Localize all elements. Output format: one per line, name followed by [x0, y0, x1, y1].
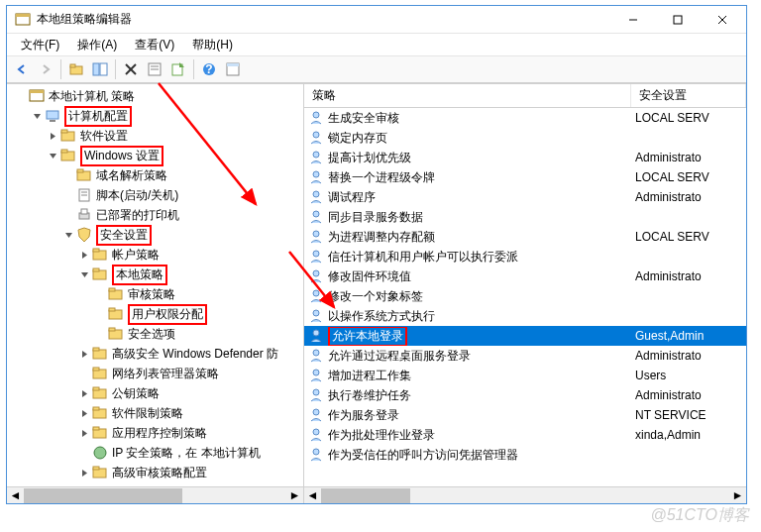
tree-item[interactable]: 帐户策略 [7, 245, 303, 265]
tree-item[interactable]: 本地策略 [7, 265, 303, 284]
collapse-icon[interactable] [47, 150, 58, 161]
policy-row[interactable]: 提高计划优先级Administrato [304, 148, 746, 167]
export-button[interactable] [167, 58, 189, 80]
scroll-thumb[interactable] [24, 488, 182, 503]
tree-item[interactable]: 软件设置 [7, 126, 303, 146]
tree-item[interactable]: 安全选项 [7, 324, 303, 344]
folder-icon [108, 306, 124, 322]
tree-label: Windows 设置 [80, 146, 163, 166]
policy-row[interactable]: 修改一个对象标签 [304, 286, 746, 306]
delete-button[interactable] [120, 58, 142, 80]
scroll-left-button[interactable]: ◄ [304, 488, 321, 503]
menu-view[interactable]: 查看(V) [127, 35, 182, 55]
close-button[interactable] [700, 7, 744, 33]
collapse-icon[interactable] [62, 229, 74, 241]
scroll-left-button[interactable]: ◄ [7, 488, 24, 503]
tree-item[interactable]: 高级安全 Windows Defender 防 [7, 344, 303, 364]
policy-row[interactable]: 修改固件环境值Administrato [304, 266, 746, 286]
policy-row[interactable]: 锁定内存页 [304, 128, 746, 148]
svg-rect-48 [93, 368, 99, 371]
menu-file[interactable]: 文件(F) [13, 35, 67, 55]
policy-row[interactable]: 作为服务登录NT SERVICE [304, 405, 746, 425]
svg-rect-46 [93, 348, 99, 351]
back-button[interactable] [11, 58, 33, 80]
scroll-thumb[interactable] [321, 488, 410, 503]
policy-row[interactable]: 增加进程工作集Users [304, 366, 746, 385]
expand-icon[interactable] [78, 427, 90, 439]
folder-icon [92, 366, 108, 381]
tree-item[interactable]: 用户权限分配 [7, 304, 303, 324]
policy-name: 锁定内存页 [328, 130, 387, 147]
refresh-button[interactable] [222, 58, 244, 80]
svg-point-61 [313, 171, 319, 177]
policy-row[interactable]: 同步目录服务数据 [304, 207, 746, 227]
show-hide-tree-button[interactable] [89, 58, 111, 80]
svg-rect-50 [93, 387, 99, 390]
tree-label: IP 安全策略，在 本地计算机 [112, 445, 261, 462]
tree-item[interactable]: 高级审核策略配置 [7, 463, 303, 482]
tree-item[interactable]: 脚本(启动/关机) [7, 185, 303, 205]
tree-item[interactable]: IP 安全策略，在 本地计算机 [7, 443, 303, 463]
expand-icon[interactable] [78, 387, 90, 399]
policy-row[interactable]: 生成安全审核LOCAL SERV [304, 108, 746, 128]
tree-spacer [62, 169, 74, 181]
column-security[interactable]: 安全设置 [631, 84, 746, 107]
expand-icon[interactable] [47, 130, 58, 142]
collapse-icon[interactable] [31, 110, 43, 122]
svg-point-59 [313, 132, 319, 138]
policy-name: 生成安全审核 [328, 110, 399, 127]
properties-button[interactable] [144, 58, 165, 80]
policy-name: 作为服务登录 [328, 407, 399, 424]
tree-item[interactable]: 审核策略 [7, 284, 303, 304]
tree-item[interactable]: 网络列表管理器策略 [7, 364, 303, 383]
scroll-right-button[interactable]: ► [286, 488, 303, 503]
tree-label: 高级安全 Windows Defender 防 [112, 346, 278, 363]
policy-row[interactable]: 作为批处理作业登录xinda,Admin [304, 425, 746, 445]
scroll-right-button[interactable]: ► [729, 488, 746, 503]
policy-row[interactable]: 替换一个进程级令牌LOCAL SERV [304, 167, 746, 187]
policy-row[interactable]: 信任计算机和用户帐户可以执行委派 [304, 247, 746, 266]
expand-icon[interactable] [78, 249, 90, 261]
expand-icon[interactable] [78, 467, 90, 479]
help-button[interactable]: ? [198, 58, 220, 80]
expand-icon[interactable] [78, 348, 90, 360]
folder-icon [60, 128, 76, 144]
policy-name: 替换一个进程级令牌 [328, 169, 435, 186]
svg-rect-44 [109, 328, 115, 331]
svg-rect-40 [109, 288, 115, 291]
tree-item[interactable]: 安全设置 [7, 225, 303, 245]
forward-button[interactable] [35, 58, 56, 80]
collapse-icon[interactable] [78, 268, 90, 280]
tree-scrollbar-h[interactable]: ◄ ► [7, 486, 303, 503]
tree-item[interactable]: 域名解析策略 [7, 165, 303, 185]
menu-action[interactable]: 操作(A) [69, 35, 125, 55]
column-policy[interactable]: 策略 [304, 84, 631, 107]
policy-row[interactable]: 作为受信任的呼叫方访问凭据管理器 [304, 445, 746, 465]
up-button[interactable] [65, 58, 87, 80]
maximize-button[interactable] [655, 7, 700, 33]
tree-item[interactable]: 软件限制策略 [7, 403, 303, 423]
policy-icon [308, 427, 324, 443]
policy-row[interactable]: 允许通过远程桌面服务登录Administrato [304, 346, 746, 366]
tree-item[interactable]: 本地计算机 策略 [7, 86, 303, 106]
tree-item[interactable]: 公钥策略 [7, 383, 303, 403]
policy-list[interactable]: 生成安全审核LOCAL SERV锁定内存页提高计划优先级Administrato… [304, 108, 746, 486]
menu-help[interactable]: 帮助(H) [184, 35, 241, 55]
policy-row[interactable]: 执行卷维护任务Administrato [304, 385, 746, 405]
tree-item[interactable]: 应用程序控制策略 [7, 423, 303, 443]
policy-row[interactable]: 调试程序Administrato [304, 187, 746, 207]
policy-row[interactable]: 以操作系统方式执行 [304, 306, 746, 326]
list-scrollbar-h[interactable]: ◄ ► [304, 486, 746, 503]
tree-item[interactable]: 已部署的打印机 [7, 205, 303, 225]
svg-rect-54 [93, 427, 99, 430]
policy-setting: xinda,Admin [631, 428, 720, 442]
svg-rect-27 [61, 150, 67, 153]
policy-row[interactable]: 允许本地登录Guest,Admin [304, 326, 746, 346]
minimize-button[interactable] [610, 7, 655, 33]
folder-icon [92, 425, 108, 441]
expand-icon[interactable] [78, 407, 90, 419]
policy-row[interactable]: 为进程调整内存配额LOCAL SERV [304, 227, 746, 247]
tree-item[interactable]: 计算机配置 [7, 106, 303, 126]
tree-item[interactable]: Windows 设置 [7, 146, 303, 165]
tree-view[interactable]: 本地计算机 策略计算机配置软件设置Windows 设置域名解析策略脚本(启动/关… [7, 84, 303, 486]
